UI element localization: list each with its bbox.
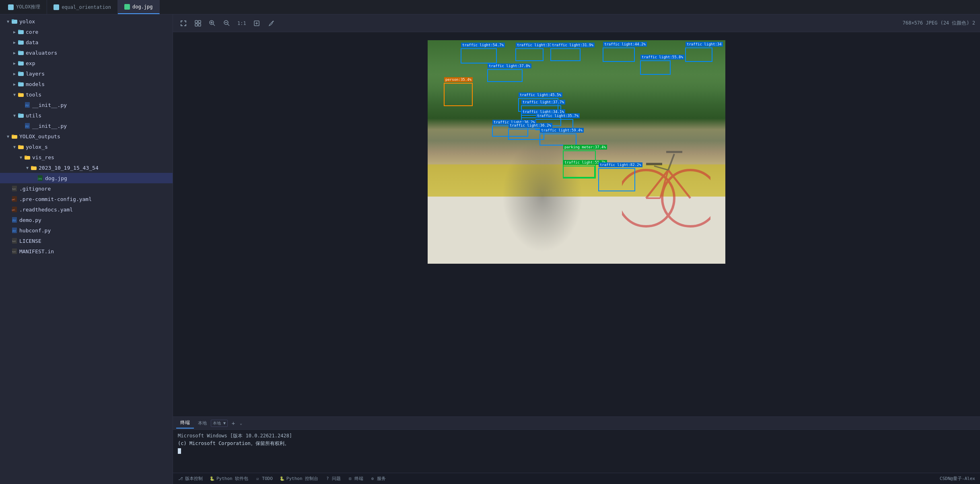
yaml-file-icon: yml xyxy=(11,196,18,202)
tree-item-hubconf[interactable]: py hubconf.py xyxy=(0,225,173,236)
tree-item-data[interactable]: ▶ data xyxy=(0,37,173,47)
status-bar: ⎇ 版本控制 🐍 Python 软件包 ☑ TODO 🐍 Python 控制台 … xyxy=(173,473,980,484)
tree-item-layers[interactable]: ▶ layers xyxy=(0,68,173,79)
svg-rect-19 xyxy=(18,113,21,115)
det-label: traffic light:37.0% xyxy=(488,64,531,68)
eyedropper-button[interactable] xyxy=(266,18,277,29)
tree-label: .readthedocs.yaml xyxy=(19,207,73,213)
folder-icon-open xyxy=(18,91,24,98)
svg-rect-23 xyxy=(12,135,14,136)
svg-rect-11 xyxy=(18,72,21,73)
txt-file-icon: txt xyxy=(11,238,18,244)
grid-button[interactable] xyxy=(192,18,204,29)
tree-label: YOLOX_outputs xyxy=(19,133,60,139)
tree-item-yolox-outputs[interactable]: ▼ YOLOX_outputs xyxy=(0,131,173,142)
arrow-icon: ▶ xyxy=(11,70,18,77)
tree-item-precommit[interactable]: yml .pre-commit-config.yaml xyxy=(0,194,173,204)
tree-item-models[interactable]: ▶ models xyxy=(0,79,173,89)
tree-item-manifest[interactable]: txt MANIFEST.in xyxy=(0,246,173,256)
tree-label: core xyxy=(26,29,38,35)
file-tree-sidebar[interactable]: ▼ yolox ▶ core ▶ data ▶ xyxy=(0,14,173,484)
svg-rect-15 xyxy=(18,93,21,94)
det-label: traffic light:36.2% xyxy=(509,123,552,128)
tree-item-readthedocs[interactable]: yml .readthedocs.yaml xyxy=(0,204,173,215)
svg-rect-25 xyxy=(18,145,21,146)
svg-rect-48 xyxy=(195,24,198,26)
det-box-tl7: traffic light:37.0% xyxy=(487,69,523,82)
det-label: traffic light:45.5% xyxy=(519,92,562,97)
svg-text:txt: txt xyxy=(12,240,16,242)
image-info: 768×576 JPEG (24 位颜色) 2 xyxy=(903,20,976,27)
svg-point-61 xyxy=(662,170,710,226)
tree-item-license[interactable]: txt LICENSE xyxy=(0,236,173,246)
det-label: traffic light:31.9% xyxy=(551,43,595,47)
status-label: Python 软件包 xyxy=(216,476,248,482)
terminal-tab-local[interactable]: 终端 xyxy=(176,418,194,429)
tab-dog-jpg[interactable]: dog.jpg xyxy=(118,0,160,14)
image-viewer[interactable]: traffic light:54.7% traffic light:31.7% … xyxy=(173,32,980,416)
folder-icon-open xyxy=(31,164,37,171)
terminal-local-label: 本地 xyxy=(196,418,209,428)
local-badge[interactable]: 本地 ▼ xyxy=(211,420,228,427)
status-todo[interactable]: ☑ TODO xyxy=(255,476,273,482)
arrow-placeholder xyxy=(5,185,11,192)
tree-item-exp[interactable]: ▶ exp xyxy=(0,58,173,68)
tree-label: .gitignore xyxy=(19,186,51,192)
det-label: traffic light:34 xyxy=(686,42,723,47)
svg-text:py: py xyxy=(12,219,16,222)
status-terminal[interactable]: ⊡ 终端 xyxy=(347,476,363,482)
status-right: CSDN@量子-Alex xyxy=(940,476,975,482)
svg-line-66 xyxy=(668,154,674,170)
tree-item-vis-res[interactable]: ▼ vis_res xyxy=(0,152,173,162)
tree-item-init-utils[interactable]: py __init__.py xyxy=(0,121,173,131)
tree-item-dog-jpg[interactable]: jpg dog.jpg xyxy=(0,173,173,183)
tree-label: evaluators xyxy=(26,50,57,56)
status-label: Python 控制台 xyxy=(286,476,318,482)
status-version-control[interactable]: ⎇ 版本控制 xyxy=(178,476,203,482)
tree-label: MANIFEST.in xyxy=(19,248,54,254)
svg-rect-29 xyxy=(31,166,33,167)
fit-button[interactable] xyxy=(251,18,262,29)
terminal-content: Microsoft Windows [版本 10.0.22621.2428] (… xyxy=(173,430,980,473)
tree-item-evaluators[interactable]: ▶ evaluators xyxy=(0,47,173,58)
det-label: traffic light:59.4% xyxy=(540,128,584,133)
tree-item-timestamp[interactable]: ▼ 2023_10_19_15_43_54 xyxy=(0,162,173,173)
yaml-file-icon: yml xyxy=(11,206,18,213)
status-label: TODO xyxy=(262,476,273,481)
tab-equal-orientation[interactable]: equal_orientation xyxy=(47,0,118,14)
tree-item-tools[interactable]: ▼ tools xyxy=(0,89,173,100)
status-python-packages[interactable]: 🐍 Python 软件包 xyxy=(209,476,248,482)
svg-rect-49 xyxy=(198,24,201,26)
terminal-system-line: Microsoft Windows [版本 10.0.22621.2428] xyxy=(178,432,975,440)
status-problems[interactable]: ? 问题 xyxy=(325,476,341,482)
terminal-dropdown-button[interactable]: ⌄ xyxy=(240,421,242,425)
tree-item-utils[interactable]: ▼ utils xyxy=(0,110,173,121)
svg-text:txt: txt xyxy=(12,188,16,190)
terminal-prompt xyxy=(178,447,975,455)
terminal-tab-bar: 终端 本地 本地 ▼ + ⌄ xyxy=(173,417,980,430)
folder-icon-open xyxy=(18,144,24,150)
arrow-placeholder xyxy=(18,123,24,129)
tree-item-demo-py[interactable]: py demo.py xyxy=(0,215,173,225)
detection-image: traffic light:54.7% traffic light:31.7% … xyxy=(428,40,725,264)
tree-item-yolox-s[interactable]: ▼ yolox_s xyxy=(0,142,173,152)
svg-text:yml: yml xyxy=(12,198,15,201)
zoom-in-button[interactable] xyxy=(207,18,218,29)
status-services[interactable]: ⚙ 服务 xyxy=(370,476,386,482)
tree-item-core[interactable]: ▶ core xyxy=(0,27,173,37)
fullscreen-button[interactable] xyxy=(178,18,189,29)
folder-icon xyxy=(18,29,24,35)
tree-item-gitignore[interactable]: txt .gitignore xyxy=(0,183,173,194)
arrow-placeholder xyxy=(5,238,11,244)
zoom-out-button[interactable] xyxy=(221,18,233,29)
folder-icon-open xyxy=(11,133,18,139)
status-python-console[interactable]: 🐍 Python 控制台 xyxy=(279,476,318,482)
tab-yolox-inference[interactable]: YOLOX推理 xyxy=(2,0,47,14)
image-toolbar: 1:1 768×576 JPEG (24 位颜色) 2 xyxy=(173,14,980,32)
arrow-icon: ▼ xyxy=(11,144,18,150)
tree-item-yolox[interactable]: ▼ yolox xyxy=(0,16,173,27)
terminal-add-button[interactable]: + xyxy=(229,419,237,427)
folder-icon xyxy=(18,49,24,56)
tree-label: demo.py xyxy=(19,217,41,223)
tree-item-init-tools[interactable]: py __init__.py xyxy=(0,100,173,110)
